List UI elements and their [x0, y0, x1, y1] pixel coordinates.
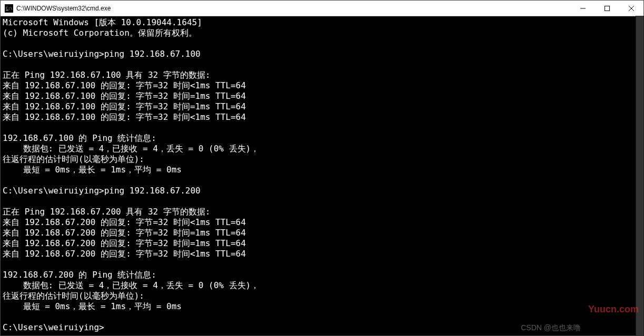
terminal-line: 正在 Ping 192.168.67.100 具有 32 字节的数据: — [3, 70, 641, 80]
terminal-line — [3, 259, 641, 270]
terminal-line: (c) Microsoft Corporation。保留所有权利。 — [3, 28, 641, 38]
terminal-line: C:\Users\weiruiying> — [3, 322, 641, 333]
svg-text:C:\: C:\ — [6, 6, 13, 11]
window-buttons — [571, 1, 643, 16]
terminal-line: 来自 192.168.67.100 的回复: 字节=32 时间<1ms TTL=… — [3, 112, 641, 123]
terminal-line: C:\Users\weiruiying>ping 192.168.67.100 — [3, 49, 641, 59]
cmd-icon: C:\ — [5, 4, 13, 13]
scrollbar-track[interactable] — [636, 16, 644, 336]
terminal-line: 192.168.67.100 的 Ping 统计信息: — [3, 133, 641, 144]
cmd-window: C:\ C:\WINDOWS\system32\cmd.exe Microsof… — [0, 0, 644, 336]
terminal-line: 最短 = 0ms，最长 = 1ms，平均 = 0ms — [3, 165, 641, 175]
terminal-line: 往返行程的估计时间(以毫秒为单位): — [3, 291, 641, 301]
terminal-line: 往返行程的估计时间(以毫秒为单位): — [3, 154, 641, 165]
terminal-line: 来自 192.168.67.200 的回复: 字节=32 时间<1ms TTL=… — [3, 217, 641, 228]
terminal-line: 来自 192.168.67.200 的回复: 字节=32 时间=1ms TTL=… — [3, 228, 641, 238]
minimize-button[interactable] — [571, 1, 595, 16]
scrollbar-thumb[interactable] — [636, 16, 643, 336]
terminal-line — [3, 312, 641, 322]
terminal-line: 数据包: 已发送 = 4，已接收 = 4，丢失 = 0 (0% 丢失)， — [3, 280, 641, 291]
terminal-output[interactable]: Microsoft Windows [版本 10.0.19044.1645](c… — [1, 16, 643, 335]
terminal-line: 正在 Ping 192.168.67.200 具有 32 字节的数据: — [3, 207, 641, 217]
terminal-line — [3, 38, 641, 49]
close-button[interactable] — [619, 1, 643, 16]
terminal-line: 来自 192.168.67.100 的回复: 字节=32 时间=1ms TTL=… — [3, 101, 641, 112]
terminal-line: 192.168.67.200 的 Ping 统计信息: — [3, 270, 641, 280]
svg-rect-4 — [605, 6, 610, 11]
terminal-line: 来自 192.168.67.100 的回复: 字节=32 时间=1ms TTL=… — [3, 91, 641, 101]
terminal-line — [3, 196, 641, 207]
titlebar[interactable]: C:\ C:\WINDOWS\system32\cmd.exe — [1, 1, 643, 16]
terminal-line: C:\Users\weiruiying>ping 192.168.67.200 — [3, 186, 641, 196]
terminal-line: 数据包: 已发送 = 4，已接收 = 4，丢失 = 0 (0% 丢失)， — [3, 144, 641, 154]
terminal-line: 最短 = 0ms，最长 = 1ms，平均 = 0ms — [3, 301, 641, 312]
terminal-line: 来自 192.168.67.100 的回复: 字节=32 时间<1ms TTL=… — [3, 80, 641, 91]
terminal-line — [3, 175, 641, 186]
terminal-line — [3, 123, 641, 133]
terminal-line — [3, 59, 641, 70]
terminal-line: 来自 192.168.67.200 的回复: 字节=32 时间<1ms TTL=… — [3, 249, 641, 259]
maximize-button[interactable] — [595, 1, 619, 16]
terminal-line: 来自 192.168.67.200 的回复: 字节=32 时间=1ms TTL=… — [3, 238, 641, 249]
svg-rect-2 — [6, 10, 8, 11]
terminal-line: Microsoft Windows [版本 10.0.19044.1645] — [3, 17, 641, 28]
window-title: C:\WINDOWS\system32\cmd.exe — [16, 5, 571, 12]
